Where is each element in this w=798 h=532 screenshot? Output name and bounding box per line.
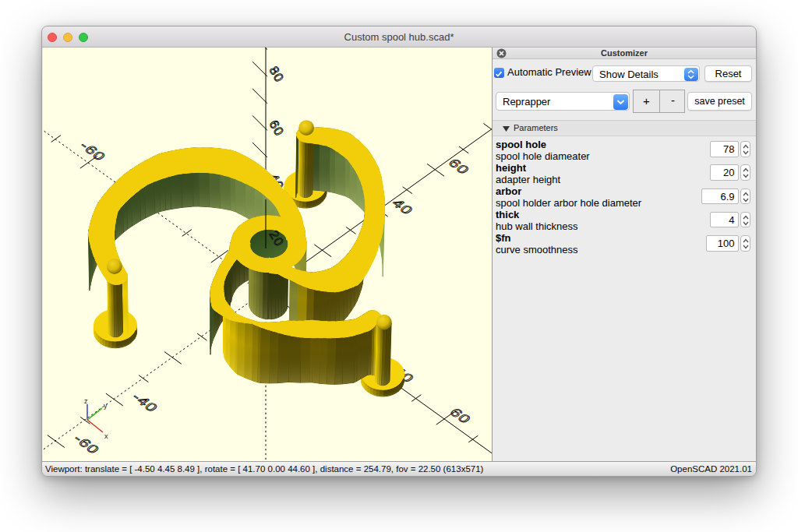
svg-text:80: 80 [267,64,287,85]
svg-text:y: y [104,402,108,410]
svg-text:z: z [84,397,88,405]
svg-text:-60: -60 [70,432,103,456]
svg-text:60: 60 [447,406,475,426]
svg-text:60: 60 [267,118,287,139]
svg-text:-40: -40 [129,390,161,414]
svg-text:-60: -60 [76,139,109,164]
svg-text:x: x [104,432,108,440]
